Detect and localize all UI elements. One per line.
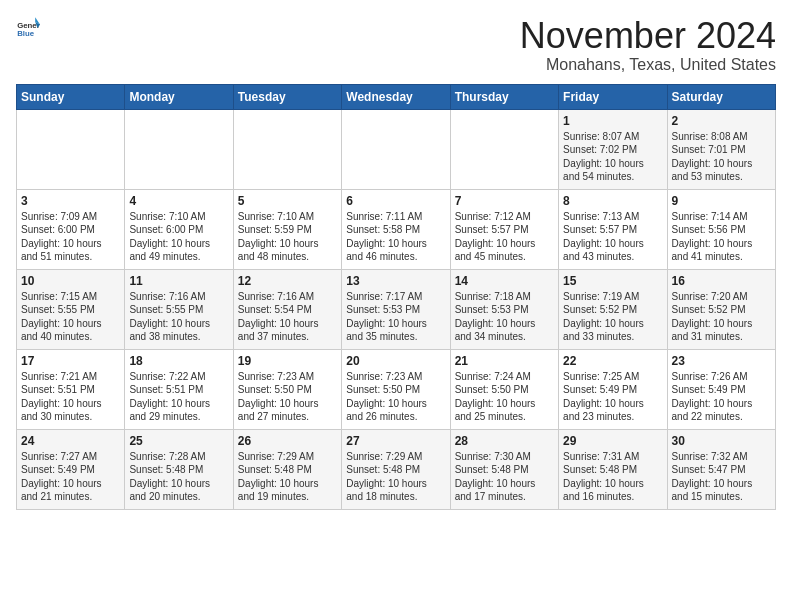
day-info: Sunrise: 7:29 AM Sunset: 5:48 PM Dayligh… <box>346 450 445 504</box>
day-number: 21 <box>455 354 554 368</box>
day-info: Sunrise: 7:10 AM Sunset: 6:00 PM Dayligh… <box>129 210 228 264</box>
day-info: Sunrise: 7:18 AM Sunset: 5:53 PM Dayligh… <box>455 290 554 344</box>
day-number: 18 <box>129 354 228 368</box>
day-info: Sunrise: 7:10 AM Sunset: 5:59 PM Dayligh… <box>238 210 337 264</box>
day-info: Sunrise: 7:11 AM Sunset: 5:58 PM Dayligh… <box>346 210 445 264</box>
day-info: Sunrise: 7:14 AM Sunset: 5:56 PM Dayligh… <box>672 210 771 264</box>
calendar-cell: 20Sunrise: 7:23 AM Sunset: 5:50 PM Dayli… <box>342 349 450 429</box>
day-number: 29 <box>563 434 662 448</box>
day-number: 6 <box>346 194 445 208</box>
day-info: Sunrise: 7:09 AM Sunset: 6:00 PM Dayligh… <box>21 210 120 264</box>
day-info: Sunrise: 7:16 AM Sunset: 5:55 PM Dayligh… <box>129 290 228 344</box>
calendar-cell: 26Sunrise: 7:29 AM Sunset: 5:48 PM Dayli… <box>233 429 341 509</box>
calendar-cell: 30Sunrise: 7:32 AM Sunset: 5:47 PM Dayli… <box>667 429 775 509</box>
day-info: Sunrise: 7:17 AM Sunset: 5:53 PM Dayligh… <box>346 290 445 344</box>
calendar-week-row: 17Sunrise: 7:21 AM Sunset: 5:51 PM Dayli… <box>17 349 776 429</box>
day-number: 13 <box>346 274 445 288</box>
day-number: 12 <box>238 274 337 288</box>
calendar-table: SundayMondayTuesdayWednesdayThursdayFrid… <box>16 84 776 510</box>
day-number: 17 <box>21 354 120 368</box>
weekday-header-row: SundayMondayTuesdayWednesdayThursdayFrid… <box>17 84 776 109</box>
day-info: Sunrise: 7:15 AM Sunset: 5:55 PM Dayligh… <box>21 290 120 344</box>
calendar-cell: 1Sunrise: 8:07 AM Sunset: 7:02 PM Daylig… <box>559 109 667 189</box>
day-info: Sunrise: 7:22 AM Sunset: 5:51 PM Dayligh… <box>129 370 228 424</box>
calendar-week-row: 3Sunrise: 7:09 AM Sunset: 6:00 PM Daylig… <box>17 189 776 269</box>
calendar-cell: 21Sunrise: 7:24 AM Sunset: 5:50 PM Dayli… <box>450 349 558 429</box>
day-info: Sunrise: 7:16 AM Sunset: 5:54 PM Dayligh… <box>238 290 337 344</box>
calendar-cell <box>450 109 558 189</box>
day-info: Sunrise: 8:07 AM Sunset: 7:02 PM Dayligh… <box>563 130 662 184</box>
calendar-cell <box>342 109 450 189</box>
calendar-cell: 5Sunrise: 7:10 AM Sunset: 5:59 PM Daylig… <box>233 189 341 269</box>
calendar-cell <box>125 109 233 189</box>
weekday-header-monday: Monday <box>125 84 233 109</box>
calendar-cell: 10Sunrise: 7:15 AM Sunset: 5:55 PM Dayli… <box>17 269 125 349</box>
location-subtitle: Monahans, Texas, United States <box>520 56 776 74</box>
calendar-cell: 16Sunrise: 7:20 AM Sunset: 5:52 PM Dayli… <box>667 269 775 349</box>
day-number: 9 <box>672 194 771 208</box>
day-number: 7 <box>455 194 554 208</box>
day-number: 14 <box>455 274 554 288</box>
day-number: 22 <box>563 354 662 368</box>
svg-text:Blue: Blue <box>17 29 35 38</box>
day-number: 5 <box>238 194 337 208</box>
calendar-cell: 18Sunrise: 7:22 AM Sunset: 5:51 PM Dayli… <box>125 349 233 429</box>
page-header: General Blue November 2024 Monahans, Tex… <box>16 16 776 74</box>
day-number: 25 <box>129 434 228 448</box>
weekday-header-wednesday: Wednesday <box>342 84 450 109</box>
day-number: 24 <box>21 434 120 448</box>
day-info: Sunrise: 8:08 AM Sunset: 7:01 PM Dayligh… <box>672 130 771 184</box>
day-number: 28 <box>455 434 554 448</box>
day-number: 27 <box>346 434 445 448</box>
calendar-cell: 8Sunrise: 7:13 AM Sunset: 5:57 PM Daylig… <box>559 189 667 269</box>
title-block: November 2024 Monahans, Texas, United St… <box>520 16 776 74</box>
day-info: Sunrise: 7:31 AM Sunset: 5:48 PM Dayligh… <box>563 450 662 504</box>
weekday-header-tuesday: Tuesday <box>233 84 341 109</box>
day-number: 4 <box>129 194 228 208</box>
calendar-cell: 4Sunrise: 7:10 AM Sunset: 6:00 PM Daylig… <box>125 189 233 269</box>
calendar-header: SundayMondayTuesdayWednesdayThursdayFrid… <box>17 84 776 109</box>
calendar-body: 1Sunrise: 8:07 AM Sunset: 7:02 PM Daylig… <box>17 109 776 509</box>
day-info: Sunrise: 7:30 AM Sunset: 5:48 PM Dayligh… <box>455 450 554 504</box>
weekday-header-saturday: Saturday <box>667 84 775 109</box>
logo: General Blue <box>16 16 40 40</box>
calendar-cell <box>233 109 341 189</box>
calendar-cell: 2Sunrise: 8:08 AM Sunset: 7:01 PM Daylig… <box>667 109 775 189</box>
calendar-cell: 27Sunrise: 7:29 AM Sunset: 5:48 PM Dayli… <box>342 429 450 509</box>
calendar-cell: 24Sunrise: 7:27 AM Sunset: 5:49 PM Dayli… <box>17 429 125 509</box>
general-blue-logo-icon: General Blue <box>16 16 40 40</box>
calendar-cell: 13Sunrise: 7:17 AM Sunset: 5:53 PM Dayli… <box>342 269 450 349</box>
weekday-header-sunday: Sunday <box>17 84 125 109</box>
weekday-header-friday: Friday <box>559 84 667 109</box>
calendar-week-row: 24Sunrise: 7:27 AM Sunset: 5:49 PM Dayli… <box>17 429 776 509</box>
day-info: Sunrise: 7:29 AM Sunset: 5:48 PM Dayligh… <box>238 450 337 504</box>
day-number: 20 <box>346 354 445 368</box>
calendar-cell: 25Sunrise: 7:28 AM Sunset: 5:48 PM Dayli… <box>125 429 233 509</box>
calendar-cell: 9Sunrise: 7:14 AM Sunset: 5:56 PM Daylig… <box>667 189 775 269</box>
calendar-cell: 23Sunrise: 7:26 AM Sunset: 5:49 PM Dayli… <box>667 349 775 429</box>
calendar-cell: 15Sunrise: 7:19 AM Sunset: 5:52 PM Dayli… <box>559 269 667 349</box>
day-number: 8 <box>563 194 662 208</box>
calendar-cell: 29Sunrise: 7:31 AM Sunset: 5:48 PM Dayli… <box>559 429 667 509</box>
calendar-cell: 12Sunrise: 7:16 AM Sunset: 5:54 PM Dayli… <box>233 269 341 349</box>
calendar-cell: 14Sunrise: 7:18 AM Sunset: 5:53 PM Dayli… <box>450 269 558 349</box>
calendar-cell: 19Sunrise: 7:23 AM Sunset: 5:50 PM Dayli… <box>233 349 341 429</box>
calendar-cell: 22Sunrise: 7:25 AM Sunset: 5:49 PM Dayli… <box>559 349 667 429</box>
calendar-cell: 28Sunrise: 7:30 AM Sunset: 5:48 PM Dayli… <box>450 429 558 509</box>
calendar-cell: 11Sunrise: 7:16 AM Sunset: 5:55 PM Dayli… <box>125 269 233 349</box>
day-info: Sunrise: 7:27 AM Sunset: 5:49 PM Dayligh… <box>21 450 120 504</box>
day-info: Sunrise: 7:32 AM Sunset: 5:47 PM Dayligh… <box>672 450 771 504</box>
day-number: 3 <box>21 194 120 208</box>
calendar-cell: 3Sunrise: 7:09 AM Sunset: 6:00 PM Daylig… <box>17 189 125 269</box>
day-info: Sunrise: 7:21 AM Sunset: 5:51 PM Dayligh… <box>21 370 120 424</box>
day-info: Sunrise: 7:13 AM Sunset: 5:57 PM Dayligh… <box>563 210 662 264</box>
day-info: Sunrise: 7:20 AM Sunset: 5:52 PM Dayligh… <box>672 290 771 344</box>
day-info: Sunrise: 7:28 AM Sunset: 5:48 PM Dayligh… <box>129 450 228 504</box>
calendar-cell: 17Sunrise: 7:21 AM Sunset: 5:51 PM Dayli… <box>17 349 125 429</box>
day-info: Sunrise: 7:19 AM Sunset: 5:52 PM Dayligh… <box>563 290 662 344</box>
calendar-week-row: 1Sunrise: 8:07 AM Sunset: 7:02 PM Daylig… <box>17 109 776 189</box>
day-info: Sunrise: 7:23 AM Sunset: 5:50 PM Dayligh… <box>346 370 445 424</box>
calendar-cell <box>17 109 125 189</box>
day-info: Sunrise: 7:26 AM Sunset: 5:49 PM Dayligh… <box>672 370 771 424</box>
day-number: 19 <box>238 354 337 368</box>
